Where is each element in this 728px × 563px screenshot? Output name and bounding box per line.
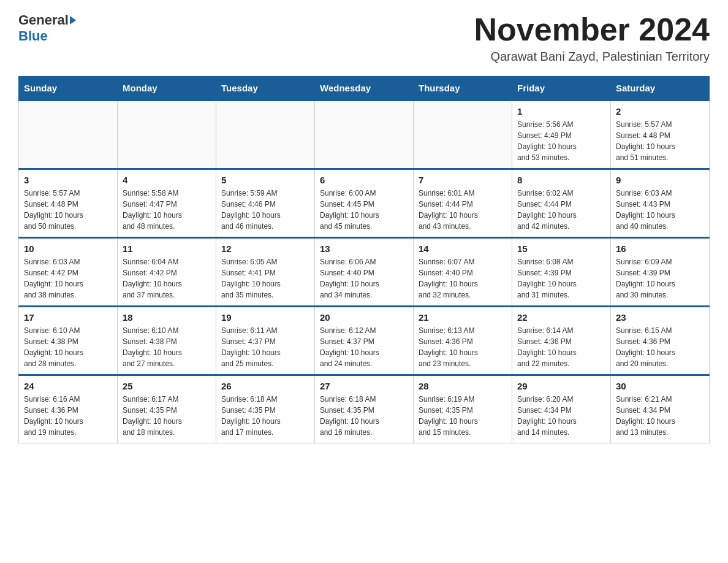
month-title: November 2024: [474, 12, 710, 47]
day-number: 8: [517, 175, 605, 185]
calendar-cell: [118, 101, 216, 169]
calendar-cell: 27Sunrise: 6:18 AM Sunset: 4:35 PM Dayli…: [315, 375, 414, 443]
calendar-cell: [315, 101, 414, 169]
day-number: 1: [517, 106, 605, 117]
day-number: 4: [123, 175, 211, 185]
calendar-cell: 23Sunrise: 6:15 AM Sunset: 4:36 PM Dayli…: [611, 307, 710, 375]
day-info: Sunrise: 6:01 AM Sunset: 4:44 PM Dayligh…: [419, 188, 507, 232]
calendar-cell: 22Sunrise: 6:14 AM Sunset: 4:36 PM Dayli…: [512, 307, 611, 375]
day-number: 25: [123, 381, 211, 391]
day-info: Sunrise: 6:02 AM Sunset: 4:44 PM Dayligh…: [517, 188, 605, 232]
day-info: Sunrise: 6:13 AM Sunset: 4:36 PM Dayligh…: [419, 325, 507, 369]
day-number: 10: [24, 243, 112, 254]
day-info: Sunrise: 5:56 AM Sunset: 4:49 PM Dayligh…: [517, 119, 605, 163]
day-number: 2: [616, 106, 704, 117]
day-number: 28: [419, 381, 507, 391]
day-info: Sunrise: 6:21 AM Sunset: 4:34 PM Dayligh…: [616, 394, 704, 438]
header-row: Sunday Monday Tuesday Wednesday Thursday…: [19, 77, 710, 101]
day-info: Sunrise: 6:03 AM Sunset: 4:42 PM Dayligh…: [24, 256, 112, 301]
day-number: 29: [517, 381, 605, 391]
day-info: Sunrise: 6:03 AM Sunset: 4:43 PM Dayligh…: [616, 188, 704, 232]
calendar-cell: 1Sunrise: 5:56 AM Sunset: 4:49 PM Daylig…: [512, 101, 611, 169]
calendar-cell: 5Sunrise: 5:59 AM Sunset: 4:46 PM Daylig…: [216, 169, 315, 238]
day-info: Sunrise: 6:04 AM Sunset: 4:42 PM Dayligh…: [123, 256, 211, 301]
day-info: Sunrise: 6:00 AM Sunset: 4:45 PM Dayligh…: [320, 188, 408, 232]
day-info: Sunrise: 6:11 AM Sunset: 4:37 PM Dayligh…: [221, 325, 309, 369]
day-number: 3: [24, 175, 112, 185]
day-info: Sunrise: 5:58 AM Sunset: 4:47 PM Dayligh…: [123, 188, 211, 232]
calendar-cell: 8Sunrise: 6:02 AM Sunset: 4:44 PM Daylig…: [512, 169, 611, 238]
calendar-cell: 13Sunrise: 6:06 AM Sunset: 4:40 PM Dayli…: [315, 238, 414, 307]
calendar-cell: [414, 101, 512, 169]
day-info: Sunrise: 6:05 AM Sunset: 4:41 PM Dayligh…: [221, 256, 309, 301]
day-number: 23: [616, 312, 704, 323]
header-sunday: Sunday: [19, 77, 118, 101]
day-info: Sunrise: 6:19 AM Sunset: 4:35 PM Dayligh…: [419, 394, 507, 438]
day-number: 22: [517, 312, 605, 323]
calendar-cell: 6Sunrise: 6:00 AM Sunset: 4:45 PM Daylig…: [315, 169, 414, 238]
calendar-cell: 28Sunrise: 6:19 AM Sunset: 4:35 PM Dayli…: [414, 375, 512, 443]
header-thursday: Thursday: [414, 77, 512, 101]
day-info: Sunrise: 6:16 AM Sunset: 4:36 PM Dayligh…: [24, 394, 112, 438]
calendar-cell: 24Sunrise: 6:16 AM Sunset: 4:36 PM Dayli…: [19, 375, 118, 443]
day-number: 20: [320, 312, 408, 323]
day-info: Sunrise: 6:18 AM Sunset: 4:35 PM Dayligh…: [221, 394, 309, 438]
calendar-week-3: 10Sunrise: 6:03 AM Sunset: 4:42 PM Dayli…: [19, 238, 710, 307]
calendar-cell: 21Sunrise: 6:13 AM Sunset: 4:36 PM Dayli…: [414, 307, 512, 375]
day-info: Sunrise: 6:14 AM Sunset: 4:36 PM Dayligh…: [517, 325, 605, 369]
day-number: 12: [221, 243, 309, 254]
day-info: Sunrise: 6:10 AM Sunset: 4:38 PM Dayligh…: [24, 325, 112, 369]
calendar-cell: 30Sunrise: 6:21 AM Sunset: 4:34 PM Dayli…: [611, 375, 710, 443]
day-number: 27: [320, 381, 408, 391]
day-number: 16: [616, 243, 704, 254]
location-subtitle: Qarawat Bani Zayd, Palestinian Territory: [474, 50, 710, 64]
calendar-cell: 9Sunrise: 6:03 AM Sunset: 4:43 PM Daylig…: [611, 169, 710, 238]
day-number: 14: [419, 243, 507, 254]
calendar-week-2: 3Sunrise: 5:57 AM Sunset: 4:48 PM Daylig…: [19, 169, 710, 238]
day-info: Sunrise: 6:08 AM Sunset: 4:39 PM Dayligh…: [517, 256, 605, 301]
logo-blue-text: Blue: [18, 28, 48, 44]
calendar-cell: 10Sunrise: 6:03 AM Sunset: 4:42 PM Dayli…: [19, 238, 118, 307]
day-number: 24: [24, 381, 112, 391]
day-number: 9: [616, 175, 704, 185]
calendar-week-5: 24Sunrise: 6:16 AM Sunset: 4:36 PM Dayli…: [19, 375, 710, 443]
calendar-cell: 3Sunrise: 5:57 AM Sunset: 4:48 PM Daylig…: [19, 169, 118, 238]
calendar-cell: [216, 101, 315, 169]
calendar-cell: 18Sunrise: 6:10 AM Sunset: 4:38 PM Dayli…: [118, 307, 216, 375]
day-number: 7: [419, 175, 507, 185]
header-tuesday: Tuesday: [216, 77, 315, 101]
calendar-cell: [19, 101, 118, 169]
day-number: 13: [320, 243, 408, 254]
header-monday: Monday: [118, 77, 216, 101]
day-number: 19: [221, 312, 309, 323]
day-info: Sunrise: 5:59 AM Sunset: 4:46 PM Dayligh…: [221, 188, 309, 232]
calendar-cell: 12Sunrise: 6:05 AM Sunset: 4:41 PM Dayli…: [216, 238, 315, 307]
logo-arrow-icon: [70, 16, 76, 25]
day-number: 17: [24, 312, 112, 323]
logo: General Blue: [18, 12, 77, 44]
calendar-cell: 7Sunrise: 6:01 AM Sunset: 4:44 PM Daylig…: [414, 169, 512, 238]
calendar-cell: 16Sunrise: 6:09 AM Sunset: 4:39 PM Dayli…: [611, 238, 710, 307]
day-number: 5: [221, 175, 309, 185]
day-info: Sunrise: 5:57 AM Sunset: 4:48 PM Dayligh…: [616, 119, 704, 163]
day-info: Sunrise: 6:20 AM Sunset: 4:34 PM Dayligh…: [517, 394, 605, 438]
day-info: Sunrise: 6:15 AM Sunset: 4:36 PM Dayligh…: [616, 325, 704, 369]
header-wednesday: Wednesday: [315, 77, 414, 101]
day-info: Sunrise: 6:06 AM Sunset: 4:40 PM Dayligh…: [320, 256, 408, 301]
header-friday: Friday: [512, 77, 611, 101]
logo-general-text: General: [18, 12, 69, 28]
header: General Blue November 2024 Qarawat Bani …: [18, 12, 710, 64]
day-number: 6: [320, 175, 408, 185]
calendar-cell: 25Sunrise: 6:17 AM Sunset: 4:35 PM Dayli…: [118, 375, 216, 443]
title-area: November 2024 Qarawat Bani Zayd, Palesti…: [474, 12, 710, 64]
calendar-cell: 11Sunrise: 6:04 AM Sunset: 4:42 PM Dayli…: [118, 238, 216, 307]
calendar-week-1: 1Sunrise: 5:56 AM Sunset: 4:49 PM Daylig…: [19, 101, 710, 169]
calendar-week-4: 17Sunrise: 6:10 AM Sunset: 4:38 PM Dayli…: [19, 307, 710, 375]
day-info: Sunrise: 5:57 AM Sunset: 4:48 PM Dayligh…: [24, 188, 112, 232]
day-number: 18: [123, 312, 211, 323]
day-info: Sunrise: 6:10 AM Sunset: 4:38 PM Dayligh…: [123, 325, 211, 369]
calendar-cell: 29Sunrise: 6:20 AM Sunset: 4:34 PM Dayli…: [512, 375, 611, 443]
day-number: 21: [419, 312, 507, 323]
day-info: Sunrise: 6:07 AM Sunset: 4:40 PM Dayligh…: [419, 256, 507, 301]
day-number: 26: [221, 381, 309, 391]
